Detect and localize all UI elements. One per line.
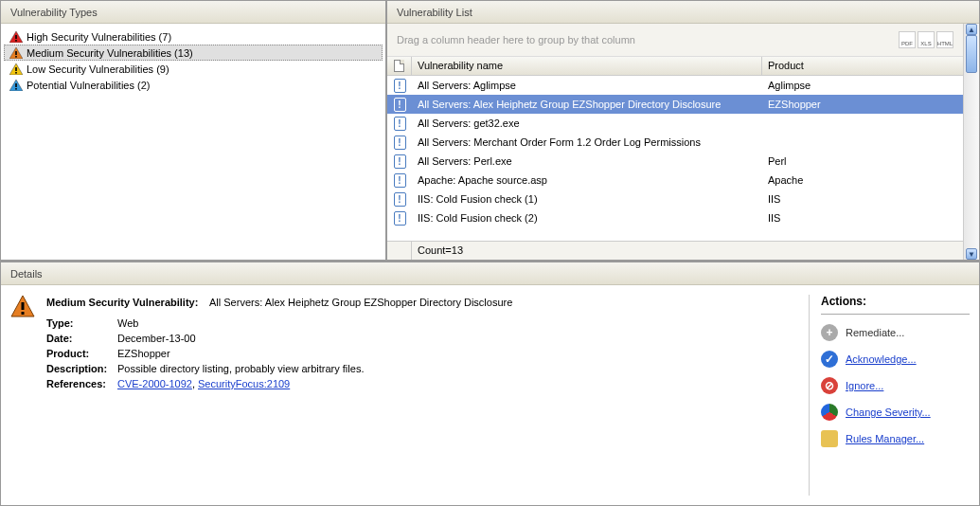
action-label: Ignore... bbox=[846, 380, 883, 391]
table-row[interactable]: !Apache: Apache source.aspApache bbox=[387, 171, 963, 190]
reference-link[interactable]: CVE-2000-1092 bbox=[117, 378, 192, 389]
svg-rect-2 bbox=[15, 51, 17, 55]
cell-name: All Servers: Perl.exe bbox=[412, 155, 762, 167]
cell-product: Perl bbox=[762, 155, 963, 167]
cell-name: All Servers: Aglimpse bbox=[412, 80, 762, 91]
action-label: Rules Manager... bbox=[846, 433, 924, 444]
cell-product: IIS bbox=[762, 212, 963, 224]
info-icon: ! bbox=[394, 136, 406, 150]
scroll-up-arrow[interactable]: ▲ bbox=[966, 24, 977, 35]
tree-item-label: High Security Vulnerabilities (7) bbox=[27, 31, 171, 43]
svg-rect-6 bbox=[15, 83, 17, 87]
action-icon: + bbox=[821, 324, 838, 341]
action-item[interactable]: ✓Acknowledge... bbox=[821, 351, 970, 368]
scroll-thumb[interactable] bbox=[966, 35, 977, 73]
vulnerability-grid: Vulnerability name Product !All Servers:… bbox=[387, 57, 963, 260]
group-hint-text: Drag a column header here to group by th… bbox=[397, 34, 635, 45]
rules-icon bbox=[821, 430, 838, 447]
tree-item-label: Medium Security Vulnerabilities (13) bbox=[27, 47, 193, 59]
action-item[interactable]: Change Severity... bbox=[821, 404, 970, 421]
actions-panel: Actions: +Remediate...✓Acknowledge...⊘Ig… bbox=[809, 295, 970, 496]
severity-label: Medium Security Vulnerability: bbox=[46, 297, 198, 308]
date-value: December-13-00 bbox=[117, 331, 809, 346]
table-row[interactable]: !All Servers: get32.exe bbox=[387, 114, 963, 133]
cell-product: Aglimpse bbox=[762, 80, 963, 91]
cell-product: Apache bbox=[762, 174, 963, 186]
cell-product: EZShopper bbox=[762, 99, 963, 110]
info-icon: ! bbox=[394, 79, 406, 93]
date-label: Date: bbox=[46, 331, 117, 346]
svg-rect-1 bbox=[15, 40, 17, 42]
export-xls-button[interactable]: XLS bbox=[918, 31, 935, 48]
description-label: Description: bbox=[46, 361, 117, 376]
type-label: Type: bbox=[46, 316, 117, 331]
svg-rect-5 bbox=[15, 72, 17, 74]
cell-name: All Servers: Alex Heiphetz Group EZShopp… bbox=[412, 99, 762, 110]
table-row[interactable]: !All Servers: Perl.exePerl bbox=[387, 152, 963, 171]
warning-triangle-icon bbox=[9, 80, 23, 91]
details-content: Medium Security Vulnerability: All Serve… bbox=[46, 295, 809, 496]
grid-header: Vulnerability name Product bbox=[387, 57, 963, 76]
references-label: References: bbox=[46, 376, 117, 391]
svg-rect-3 bbox=[15, 56, 17, 58]
table-row[interactable]: !All Servers: AglimpseAglimpse bbox=[387, 76, 963, 95]
cell-name: All Servers: get32.exe bbox=[412, 117, 762, 129]
action-label: Remediate... bbox=[846, 327, 904, 338]
cell-name: Apache: Apache source.asp bbox=[412, 174, 762, 186]
reference-link[interactable]: SecurityFocus:2109 bbox=[198, 378, 290, 389]
warning-triangle-icon bbox=[9, 31, 23, 43]
svg-rect-7 bbox=[15, 88, 17, 90]
svg-rect-9 bbox=[22, 312, 25, 315]
grid-body: !All Servers: AglimpseAglimpse!All Serve… bbox=[387, 76, 963, 241]
warning-triangle-icon bbox=[9, 63, 23, 75]
warning-triangle-icon bbox=[9, 47, 23, 59]
cell-name: IIS: Cold Fusion check (1) bbox=[412, 193, 762, 205]
action-icon: ⊘ bbox=[821, 377, 838, 394]
action-icon: ✓ bbox=[821, 351, 838, 368]
vulnerability-types-tree: High Security Vulnerabilities (7)Medium … bbox=[1, 24, 385, 260]
tree-item[interactable]: Potential Vulnerabilities (2) bbox=[4, 77, 383, 93]
grid-header-product[interactable]: Product bbox=[762, 57, 963, 75]
tree-item-label: Potential Vulnerabilities (2) bbox=[27, 80, 150, 91]
table-row[interactable]: !All Servers: Alex Heiphetz Group EZShop… bbox=[387, 95, 963, 114]
tree-item[interactable]: High Security Vulnerabilities (7) bbox=[4, 28, 383, 45]
svg-rect-0 bbox=[15, 35, 17, 39]
document-icon bbox=[394, 60, 404, 72]
table-row[interactable]: !IIS: Cold Fusion check (2)IIS bbox=[387, 208, 963, 227]
info-icon: ! bbox=[394, 192, 406, 207]
info-icon: ! bbox=[394, 211, 406, 226]
cell-name: All Servers: Merchant Order Form 1.2 Ord… bbox=[412, 136, 762, 148]
pie-icon bbox=[821, 404, 838, 421]
product-value: EZShopper bbox=[117, 346, 809, 361]
table-row[interactable]: !All Servers: Merchant Order Form 1.2 Or… bbox=[387, 133, 963, 152]
tree-item[interactable]: Medium Security Vulnerabilities (13) bbox=[4, 45, 383, 61]
tree-item[interactable]: Low Security Vulnerabilities (9) bbox=[4, 61, 383, 77]
grid-header-icon[interactable] bbox=[387, 57, 412, 75]
vulnerability-title: All Servers: Alex Heiphetz Group EZShopp… bbox=[209, 297, 512, 308]
scroll-down-arrow[interactable]: ▼ bbox=[966, 248, 977, 260]
severity-icon bbox=[10, 295, 37, 496]
table-row[interactable]: !IIS: Cold Fusion check (1)IIS bbox=[387, 190, 963, 208]
info-icon: ! bbox=[394, 154, 406, 169]
group-by-bar[interactable]: Drag a column header here to group by th… bbox=[387, 24, 963, 57]
action-item[interactable]: ⊘Ignore... bbox=[821, 377, 970, 394]
action-item[interactable]: Rules Manager... bbox=[821, 430, 970, 447]
grid-header-name[interactable]: Vulnerability name bbox=[412, 57, 762, 75]
action-item[interactable]: +Remediate... bbox=[821, 324, 970, 341]
info-icon: ! bbox=[394, 117, 406, 131]
details-panel: Details Medium Security Vulnerability: A… bbox=[0, 262, 980, 506]
grid-count: Count=13 bbox=[412, 242, 762, 260]
scrollbar[interactable]: ▲ ▼ bbox=[963, 24, 979, 260]
action-label: Acknowledge... bbox=[846, 353, 917, 365]
grid-footer: Count=13 bbox=[387, 241, 963, 260]
action-label: Change Severity... bbox=[846, 407, 931, 418]
panel-title: Vulnerability Types bbox=[1, 1, 385, 24]
cell-name: IIS: Cold Fusion check (2) bbox=[412, 212, 762, 224]
vulnerability-list-panel: Vulnerability List Drag a column header … bbox=[386, 0, 980, 261]
vulnerability-types-panel: Vulnerability Types High Security Vulner… bbox=[0, 0, 386, 261]
panel-title: Vulnerability List bbox=[387, 1, 979, 24]
product-label: Product: bbox=[46, 346, 117, 361]
export-pdf-button[interactable]: PDF bbox=[899, 31, 916, 48]
panel-title: Details bbox=[1, 262, 979, 285]
export-html-button[interactable]: HTML bbox=[936, 31, 953, 48]
